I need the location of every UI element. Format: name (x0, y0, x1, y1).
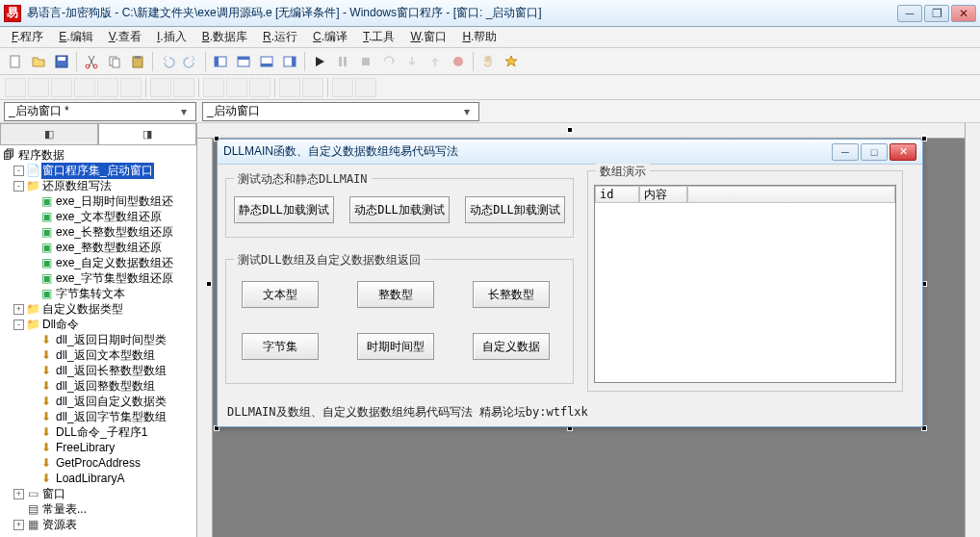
tree-item[interactable]: ▣exe_自定义数据数组还 (0, 255, 196, 270)
same-height-icon[interactable] (226, 78, 247, 97)
align-middle-icon[interactable] (97, 78, 118, 97)
panel-icon-4[interactable] (279, 51, 300, 72)
tree-item[interactable]: ▣exe_长整数型数组还原 (0, 224, 196, 240)
new-file-icon[interactable] (5, 51, 26, 72)
tree-item[interactable]: ⬇dll_返回整数型数组 (0, 378, 196, 394)
int-type-button[interactable]: 整数型 (357, 281, 434, 308)
center-h-icon[interactable] (279, 78, 300, 97)
tree-item[interactable]: ▣exe_日期时间型数组还 (0, 193, 196, 209)
align-right-icon[interactable] (51, 78, 72, 97)
static-dll-load-button[interactable]: 静态DLL加载测试 (234, 196, 334, 223)
grid-icon[interactable] (332, 78, 353, 97)
hand-icon[interactable] (477, 51, 499, 72)
minimize-button[interactable]: ─ (897, 5, 922, 22)
design-window-body[interactable]: 测试动态和静态DLLMAIN 静态DLL加载测试 动态DLL加载测试 动态DLL… (218, 165, 922, 426)
dlg-close-button[interactable]: ✕ (890, 143, 916, 161)
dynamic-dll-unload-button[interactable]: 动态DLL卸载测试 (465, 196, 565, 223)
align-top-icon[interactable] (74, 78, 95, 97)
same-size-icon[interactable] (249, 78, 271, 97)
tree-item[interactable]: -📁还原数组写法 (0, 178, 196, 193)
panel-icon-1[interactable] (210, 51, 231, 72)
dlg-minimize-button[interactable]: ─ (832, 143, 859, 161)
tree-item[interactable]: ▣字节集转文本 (0, 286, 196, 301)
project-tree[interactable]: 🗐程序数据-📄窗口程序集_启动窗口-📁还原数组写法▣exe_日期时间型数组还▣e… (0, 144, 196, 537)
listview[interactable]: id 内容 (594, 185, 896, 383)
tree-item[interactable]: ⬇dll_返回日期时间型类 (0, 332, 196, 347)
menu-edit[interactable]: E.编辑 (53, 27, 98, 47)
object-combo-1[interactable]: _启动窗口 * ▾ (4, 102, 196, 121)
space-h-icon[interactable] (150, 78, 171, 97)
dlg-maximize-button[interactable]: □ (861, 143, 888, 161)
tree-item[interactable]: +▦资源表 (0, 517, 196, 532)
text-type-button[interactable]: 文本型 (242, 281, 319, 308)
v-scrollbar[interactable] (965, 123, 980, 537)
tree-item[interactable]: ⬇GetProcAddress (0, 455, 196, 471)
menu-help[interactable]: H.帮助 (456, 27, 503, 47)
step-into-icon[interactable] (401, 51, 423, 72)
sel-handle[interactable] (567, 127, 573, 133)
tree-item[interactable]: ⬇LoadLibraryA (0, 471, 196, 486)
menu-compile[interactable]: C.编译 (307, 27, 353, 47)
close-button[interactable]: ✕ (951, 5, 976, 22)
align-left-icon[interactable] (5, 78, 26, 97)
menu-view[interactable]: V.查看 (103, 27, 147, 47)
byte-type-button[interactable]: 字节集 (242, 333, 319, 360)
run-icon[interactable] (309, 51, 330, 72)
lock-icon[interactable] (355, 78, 376, 97)
tree-item[interactable]: ⬇dll_返回长整数型数组 (0, 363, 196, 378)
redo-icon[interactable] (180, 51, 201, 72)
tree-item[interactable]: ⬇dll_返回自定义数据类 (0, 394, 196, 409)
pause-icon[interactable] (332, 51, 353, 72)
tree-item[interactable]: ⬇dll_返回字节集型数组 (0, 409, 196, 424)
tree-item[interactable]: +▭窗口 (0, 486, 196, 501)
breakpoint-icon[interactable] (448, 51, 469, 72)
step-over-icon[interactable] (378, 51, 400, 72)
align-center-icon[interactable] (28, 78, 49, 97)
left-tab-2[interactable]: ◨ (98, 123, 196, 144)
help-star-icon[interactable] (501, 51, 522, 72)
col-id[interactable]: id (595, 186, 639, 203)
tree-item[interactable]: +📁自定义数据类型 (0, 301, 196, 317)
space-v-icon[interactable] (173, 78, 194, 97)
menu-window[interactable]: W.窗口 (404, 27, 452, 47)
datetime-type-button[interactable]: 时期时间型 (357, 333, 434, 360)
tree-item[interactable]: ▣exe_字节集型数组还原 (0, 270, 196, 286)
panel-icon-3[interactable] (256, 51, 277, 72)
col-content[interactable]: 内容 (639, 186, 687, 203)
panel-icon-2[interactable] (233, 51, 254, 72)
tree-item[interactable]: ⬇dll_返回文本型数组 (0, 347, 196, 363)
long-type-button[interactable]: 长整数型 (473, 281, 550, 308)
open-file-icon[interactable] (28, 51, 49, 72)
tree-item[interactable]: ▤常量表... (0, 501, 196, 517)
step-out-icon[interactable] (425, 51, 446, 72)
tree-item[interactable]: ▣exe_文本型数组还原 (0, 209, 196, 224)
menu-tools[interactable]: T.工具 (357, 27, 400, 47)
left-tab-1[interactable]: ◧ (0, 123, 98, 144)
center-v-icon[interactable] (302, 78, 323, 97)
svg-rect-6 (113, 59, 119, 67)
maximize-button[interactable]: ❐ (924, 5, 949, 22)
cut-icon[interactable] (81, 51, 102, 72)
same-width-icon[interactable] (203, 78, 224, 97)
form-designer[interactable]: DLLMAIN函数、自定义数据数组纯易代码写法 ─ □ ✕ 测试动态和静态DLL… (197, 123, 980, 537)
object-combo-2[interactable]: _启动窗口 ▾ (202, 102, 479, 121)
tree-item[interactable]: ▣exe_整数型数组还原 (0, 240, 196, 255)
sel-handle[interactable] (206, 281, 212, 287)
dynamic-dll-load-button[interactable]: 动态DLL加载测试 (349, 196, 450, 223)
custom-type-button[interactable]: 自定义数据 (473, 333, 550, 360)
tree-item[interactable]: -📄窗口程序集_启动窗口 (0, 163, 196, 178)
stop-icon[interactable] (355, 51, 376, 72)
undo-icon[interactable] (157, 51, 178, 72)
save-icon[interactable] (51, 51, 72, 72)
tree-item[interactable]: ⬇FreeLibrary (0, 440, 196, 455)
menu-run[interactable]: R.运行 (257, 27, 303, 47)
align-bottom-icon[interactable] (120, 78, 142, 97)
tree-item[interactable]: ⬇DLL命令_子程序1 (0, 424, 196, 440)
menu-program[interactable]: F.程序 (6, 27, 49, 47)
paste-icon[interactable] (127, 51, 148, 72)
menu-database[interactable]: B.数据库 (196, 27, 253, 47)
design-window[interactable]: DLLMAIN函数、自定义数据数组纯易代码写法 ─ □ ✕ 测试动态和静态DLL… (217, 139, 923, 427)
tree-item[interactable]: -📁Dll命令 (0, 317, 196, 332)
copy-icon[interactable] (104, 51, 125, 72)
menu-insert[interactable]: I.插入 (151, 27, 193, 47)
